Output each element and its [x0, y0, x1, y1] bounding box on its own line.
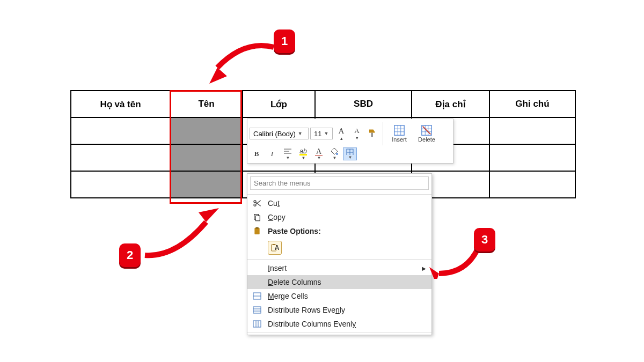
mini-toolbar: Calibri (Body) ▼ 11 ▼ A▴ A▾ Insert Delet…: [247, 119, 453, 164]
table-header-row: Họ và tên Tên Lớp SBD Địa chỉ Ghi chú: [71, 91, 575, 117]
svg-rect-26: [255, 227, 258, 229]
col-header-diachi[interactable]: Địa chỉ: [412, 91, 489, 117]
align-button[interactable]: ▼: [281, 147, 295, 160]
scissors-icon: [252, 199, 262, 208]
menu-paste-options: Paste Options:: [247, 224, 431, 238]
menu-item-label: Copy: [268, 213, 286, 221]
bold-button[interactable]: B: [250, 147, 264, 160]
font-name-combo[interactable]: Calibri (Body) ▼: [250, 128, 309, 139]
menu-item-label: Distribute Rows Evenly: [268, 306, 345, 314]
chevron-down-icon: ▼: [296, 131, 303, 136]
font-name-value: Calibri (Body): [253, 130, 296, 138]
menu-search-input[interactable]: [250, 176, 429, 190]
col-header-lop[interactable]: Lớp: [243, 91, 315, 117]
svg-rect-24: [255, 216, 260, 220]
context-menu: Cut Copy Paste Options: A Insert ▶ Delet…: [247, 173, 432, 335]
chevron-down-icon: ▼: [321, 131, 328, 136]
highlight-color-button[interactable]: ab▼: [296, 147, 310, 160]
shading-button[interactable]: ▼: [327, 147, 341, 160]
clipboard-icon: [252, 227, 262, 235]
menu-merge-cells[interactable]: Merge Cells: [247, 289, 431, 303]
menu-distribute-cols[interactable]: Distribute Columns Evenly: [247, 317, 431, 331]
font-size-combo[interactable]: 11 ▼: [310, 128, 333, 139]
svg-line-11: [423, 127, 431, 135]
delete-label: Delete: [418, 136, 435, 143]
svg-point-15: [336, 153, 338, 155]
menu-item-label: Delete Columns: [268, 278, 321, 286]
submenu-arrow-icon: ▶: [422, 265, 426, 271]
copy-icon: [252, 213, 262, 221]
step-badge-3: 3: [474, 228, 495, 252]
col-header-name[interactable]: Họ và tên: [71, 91, 170, 117]
shrink-font-button[interactable]: A▾: [350, 127, 364, 140]
col-header-ghichu[interactable]: Ghi chú: [489, 91, 575, 117]
insert-label: Insert: [392, 136, 407, 143]
menu-copy[interactable]: Copy: [247, 210, 431, 224]
menu-insert[interactable]: Insert ▶: [247, 261, 431, 275]
menu-item-label: Cut: [268, 199, 280, 208]
format-painter-button[interactable]: [365, 127, 379, 140]
col-header-ten[interactable]: Tên: [170, 91, 243, 117]
svg-marker-38: [199, 208, 219, 222]
step-badge-1: 1: [274, 29, 295, 53]
menu-delete-columns[interactable]: Delete Columns: [247, 275, 431, 289]
svg-marker-37: [209, 68, 227, 84]
svg-rect-31: [253, 307, 261, 313]
svg-rect-1: [394, 125, 404, 135]
merge-icon: [252, 292, 262, 300]
svg-rect-34: [253, 321, 261, 327]
font-color-button[interactable]: A▼: [312, 147, 326, 160]
menu-item-label: Paste Options:: [268, 227, 321, 235]
table-delete-button[interactable]: Delete: [414, 122, 440, 145]
grow-font-button[interactable]: A▴: [334, 127, 348, 140]
svg-marker-39: [429, 267, 439, 279]
borders-button[interactable]: ▼: [343, 147, 357, 160]
distribute-cols-icon: [252, 320, 262, 328]
table-insert-button[interactable]: Insert: [386, 122, 412, 145]
svg-rect-0: [371, 133, 373, 137]
col-header-sbd[interactable]: SBD: [315, 91, 412, 117]
menu-cut[interactable]: Cut: [247, 196, 431, 210]
step-arrow-2: [138, 198, 230, 263]
distribute-rows-icon: [252, 306, 262, 314]
paste-text-only-icon: A: [268, 241, 282, 255]
step-badge-2: 2: [119, 243, 141, 267]
paste-keep-text-option[interactable]: A: [247, 238, 431, 257]
svg-rect-25: [254, 228, 259, 234]
font-size-value: 11: [314, 130, 321, 138]
menu-item-label: Insert: [268, 264, 287, 272]
menu-distribute-rows[interactable]: Distribute Rows Evenly: [247, 303, 431, 317]
italic-button[interactable]: I: [265, 147, 279, 160]
menu-item-label: Distribute Columns Evenly: [268, 320, 356, 328]
step-arrow-1: [201, 34, 282, 93]
menu-item-label: Merge Cells: [268, 292, 308, 300]
